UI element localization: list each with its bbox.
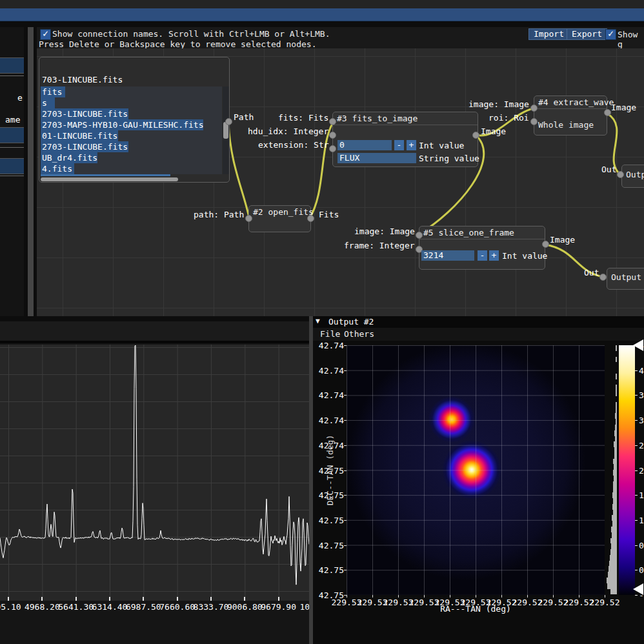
heatmap-y-tick-label: 42.74 [316, 366, 344, 376]
port-ew-image-out[interactable] [604, 109, 611, 116]
wire-path-to-openfits[interactable] [228, 123, 249, 217]
node-title[interactable]: #5 slice_one_frame [419, 226, 545, 239]
import-button[interactable]: Import [528, 28, 569, 40]
port-label: Image [611, 103, 636, 112]
histogram-bar [612, 492, 617, 498]
show-connection-names-checkbox[interactable]: ✓ [40, 29, 51, 40]
node-output2[interactable]: Output # [607, 268, 644, 290]
slice-int-field[interactable]: 3214 [421, 250, 474, 261]
vertical-splitter[interactable] [28, 27, 34, 316]
file-list-item[interactable]: 2703-LINCUBE.fits [41, 108, 222, 119]
histogram-bar [608, 572, 617, 578]
slice-int-plus-button[interactable]: + [489, 250, 499, 261]
port-slice-image-in[interactable] [416, 232, 423, 239]
port-ew-image-in[interactable] [530, 105, 538, 112]
node-title[interactable]: Output # [607, 268, 644, 283]
file-list-item-selection[interactable]: 01-LINCUBE.fits [41, 130, 118, 141]
file-list-item[interactable]: 4.fits [41, 163, 222, 174]
f2i-string-field[interactable]: FLUX [337, 153, 416, 163]
file-list-item-selection[interactable]: fits [41, 86, 65, 97]
menu-others[interactable]: Others [344, 329, 374, 339]
file-list-hscrollbar-thumb[interactable] [41, 177, 178, 181]
file-list-item[interactable]: 01-LINCUBE.fits [41, 130, 222, 141]
node-open-fits[interactable]: #2 open_fits [248, 205, 311, 232]
heatmap-x-tick [347, 595, 347, 598]
f2i-int-plus-button[interactable]: + [407, 140, 416, 150]
heatmap-y-tick-label: 42.74 [316, 441, 344, 450]
port-f2i-image-out[interactable] [472, 132, 479, 139]
port-openfits-fits-out[interactable] [307, 215, 314, 222]
sidebar-item[interactable] [0, 57, 24, 74]
node-canvas[interactable]: 703-LINCUBE.fits fitss2703-LINCUBE.fits2… [37, 48, 644, 316]
sidebar-item[interactable] [0, 158, 24, 174]
file-list-item-selection[interactable]: 2703-LINCUBE.fits [41, 108, 128, 119]
colorbar-tick-label: 0. [639, 541, 644, 550]
export-button[interactable]: Export [567, 28, 607, 40]
port-label: Fits [319, 210, 339, 219]
heatmap-image[interactable] [347, 345, 605, 595]
file-list-item-selection[interactable]: 4.fits [41, 163, 74, 174]
port-f2i-hdu-in[interactable] [329, 132, 336, 139]
histogram-bar [613, 510, 617, 516]
file-list-vscrollbar-track[interactable] [223, 86, 229, 174]
file-list-item-selection[interactable]: 2703-LINCUBE.fits [41, 141, 128, 152]
colorbar[interactable] [619, 345, 635, 595]
node-title[interactable]: #3 fits_to_image [333, 112, 478, 125]
spectrum-x-tick-label: 9679.90 [261, 602, 296, 612]
extract-wave-mode[interactable]: Whole image [538, 120, 594, 130]
heatmap-x-tick [527, 595, 528, 598]
port-f2i-fits-in[interactable] [329, 118, 336, 125]
histogram-bar [612, 515, 617, 521]
colorbar-min-handle-icon[interactable] [633, 583, 643, 595]
port-ew-roi-in[interactable] [530, 118, 538, 125]
histogram-bar [613, 498, 617, 504]
histogram-bar [616, 374, 617, 379]
node-output1[interactable]: Outp [621, 165, 644, 188]
histogram-bar [614, 464, 617, 470]
menu-file[interactable]: File [320, 329, 340, 339]
heatmap-x-tick [579, 595, 579, 598]
collapse-triangle-icon[interactable]: ▼ [316, 317, 320, 325]
file-node-titlebar[interactable] [39, 57, 229, 60]
node-title[interactable]: Outp [622, 165, 644, 181]
file-list-item-selection[interactable]: 2703-MAPS-HYB10-GAU-MILESHC.fits [41, 119, 203, 130]
port-output2-in[interactable] [599, 274, 607, 281]
file-combobox-value[interactable]: 703-LINCUBE.fits [42, 75, 123, 85]
output2-header[interactable]: ▼ Output #2 [313, 316, 644, 328]
port-filepicker-out[interactable] [225, 118, 232, 125]
sidebar-item[interactable] [0, 127, 24, 143]
file-list-item[interactable]: 2703-MAPS-HYB10-GAU-MILESHC.fits [41, 119, 222, 130]
node-extract-wave[interactable]: #4 extract_wave Whole image [534, 96, 607, 136]
file-list-item-selection[interactable]: UB_dr4.fits [41, 152, 97, 163]
node-title[interactable]: #4 extract_wave [534, 96, 607, 109]
colorbar-tick [635, 570, 638, 570]
histogram-bar [615, 425, 617, 430]
port-slice-image-out[interactable] [542, 241, 549, 248]
file-list-item-selection[interactable]: s [41, 97, 55, 108]
port-output1-in[interactable] [617, 171, 624, 178]
colorbar-tick-label: 1. [639, 516, 644, 525]
colorbar-max-handle-icon[interactable] [633, 339, 643, 351]
file-list-item[interactable]: UB_dr4.fits [41, 152, 222, 163]
file-list-item[interactable]: fits [41, 86, 222, 97]
file-list[interactable]: fitss2703-LINCUBE.fits2703-MAPS-HYB10-GA… [41, 86, 222, 174]
spectrum-x-tick-label: 95.10 [0, 602, 21, 612]
spectrum-x-tick [278, 597, 279, 601]
node-slice-one-frame[interactable]: #5 slice_one_frame [419, 226, 545, 270]
show-grid-checkbox[interactable]: ✓ [605, 29, 616, 40]
node-file-picker[interactable]: 703-LINCUBE.fits fitss2703-LINCUBE.fits2… [39, 57, 230, 183]
port-openfits-path-in[interactable] [245, 215, 252, 222]
spectrum-plot[interactable] [0, 345, 309, 601]
f2i-int-minus-button[interactable]: - [394, 140, 404, 150]
port-f2i-ext-in[interactable] [329, 145, 336, 152]
port-label: Image [481, 126, 506, 136]
slice-int-minus-button[interactable]: - [478, 250, 487, 261]
histogram-bar [613, 470, 617, 476]
node-title[interactable]: #2 open_fits [249, 206, 310, 218]
file-list-item[interactable]: s [41, 97, 222, 108]
spectrum-x-tick-label: 4968.20 [25, 602, 60, 612]
spectrum-panel-header[interactable] [0, 321, 309, 343]
f2i-int-field[interactable]: 0 [337, 140, 392, 150]
window-titlebar[interactable] [0, 8, 644, 21]
file-list-item[interactable]: 2703-LINCUBE.fits [41, 141, 222, 152]
